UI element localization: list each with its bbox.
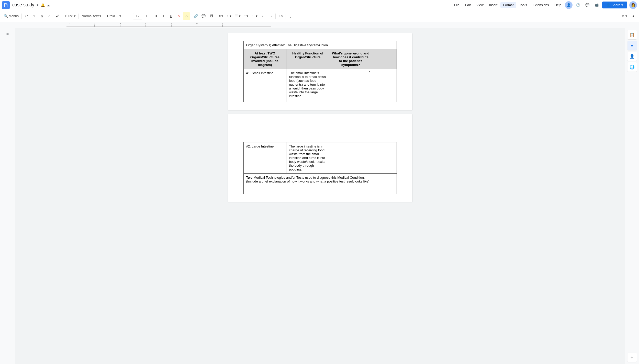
share-button[interactable]: 👤 Share ▾: [602, 2, 627, 8]
bullet-list-button[interactable]: • ▾: [243, 12, 250, 20]
svg-text:1: 1: [69, 22, 70, 25]
globe-icon[interactable]: 🌐: [627, 62, 637, 72]
svg-text:2: 2: [94, 22, 95, 25]
style-value: Normal text: [82, 14, 98, 18]
share-label: Share: [611, 3, 620, 7]
svg-text:4: 4: [145, 22, 147, 25]
pen-mode-button[interactable]: ✏ ▾: [620, 12, 629, 20]
header-col4: [372, 49, 397, 69]
doc-title[interactable]: case study: [12, 2, 34, 8]
comment-icon[interactable]: 💬: [584, 1, 591, 9]
italic-button[interactable]: I: [160, 12, 167, 20]
align-button[interactable]: ≡ ▾: [217, 12, 225, 20]
history-icon[interactable]: 🕐: [575, 1, 582, 9]
comment-toolbar-button[interactable]: 💬: [200, 12, 207, 20]
menu-edit[interactable]: Edit: [463, 2, 473, 8]
spellcheck-button[interactable]: ✓: [46, 12, 53, 20]
indent-increase-button[interactable]: →: [267, 12, 274, 20]
menu-extensions[interactable]: Extensions: [530, 2, 552, 8]
right-panel: 📋 ● 👤 🌐 +: [625, 28, 639, 364]
page-2: #2. Large Intestine The large intestine …: [228, 114, 412, 202]
menu-file[interactable]: File: [452, 2, 462, 8]
toolbar: 🔍 Menus ↩ ↪ 🖨 ✓ 🖌 100% ▾ Normal text ▾ D…: [0, 10, 639, 22]
bold-button[interactable]: B: [152, 12, 159, 20]
search-label: Menus: [9, 14, 19, 18]
menu-tools[interactable]: Tools: [517, 2, 530, 8]
undo-button[interactable]: ↩: [23, 12, 30, 20]
indent-decrease-button[interactable]: ←: [260, 12, 267, 20]
number-list-button[interactable]: 1. ▾: [250, 12, 259, 20]
menu-format[interactable]: Format: [500, 2, 516, 8]
svg-text:6: 6: [196, 22, 198, 25]
function-cell-2: The large intestine is in charge of rece…: [286, 142, 329, 174]
meet-icon[interactable]: 📹: [593, 1, 600, 9]
left-sidebar: ≡: [0, 28, 15, 364]
search-menus[interactable]: 🔍 Menus: [2, 12, 20, 20]
redo-button[interactable]: ↪: [30, 12, 38, 20]
svg-text:7: 7: [222, 22, 223, 25]
zoom-chevron-icon: ▾: [74, 14, 76, 18]
line-spacing-button[interactable]: ↕ ▾: [225, 12, 233, 20]
menu-view[interactable]: View: [474, 2, 486, 8]
circle-icon[interactable]: ●: [627, 41, 637, 50]
collapse-toolbar-button[interactable]: ▲: [630, 12, 637, 20]
style-dropdown[interactable]: Normal text ▾: [80, 12, 103, 20]
clipboard-icon[interactable]: 📋: [627, 30, 637, 39]
font-decrease-button[interactable]: −: [125, 12, 132, 20]
search-icon: 🔍: [4, 14, 8, 18]
highlight-button[interactable]: A: [183, 12, 190, 20]
checklist-button[interactable]: ☰ ▾: [233, 12, 242, 20]
paint-format-button[interactable]: 🖌: [53, 12, 61, 20]
organ-system-text: Organ System(s) Affected: The Digestive …: [246, 43, 329, 47]
medical-tech-text: Medical Technologies and/or Tests used t…: [246, 176, 369, 183]
user-avatar-1[interactable]: 👤: [565, 1, 573, 9]
organ-name-cell-2: #2. Large Intestine: [243, 142, 286, 174]
wrong-cell-2: [329, 142, 372, 174]
star-icon[interactable]: ★: [36, 3, 39, 7]
style-chevron-icon: ▾: [99, 14, 101, 18]
font-chevron-icon: ▾: [119, 14, 121, 18]
outline-icon[interactable]: ≡: [5, 31, 11, 37]
person-icon[interactable]: 👤: [627, 52, 637, 61]
zoom-value: 100%: [65, 14, 73, 18]
more-tools-button[interactable]: ⋮: [287, 12, 294, 20]
table-1: Organ System(s) Affected: The Digestive …: [243, 41, 397, 102]
zoom-dropdown[interactable]: 100% ▾: [63, 12, 77, 20]
separator-7: [191, 14, 191, 19]
history-bell-icon[interactable]: 🔔: [41, 3, 45, 7]
separator-6: [151, 14, 151, 19]
table-row: Two Medical Technologies and/or Tests us…: [243, 174, 397, 194]
link-button[interactable]: 🔗: [192, 12, 199, 20]
user-avatar-2[interactable]: 👩: [629, 1, 637, 9]
document-area[interactable]: Organ System(s) Affected: The Digestive …: [15, 28, 625, 364]
underline-button[interactable]: U: [167, 12, 175, 20]
table-row: #1. Small Intestine The small intestine'…: [243, 69, 397, 102]
extra-cell-2: [372, 142, 397, 174]
separator-4: [104, 14, 104, 19]
menu-insert[interactable]: Insert: [487, 2, 500, 8]
app-icon[interactable]: [2, 1, 10, 9]
separator-1: [21, 14, 22, 19]
separator-2: [62, 14, 62, 19]
print-button[interactable]: 🖨: [38, 12, 45, 20]
page-1: Organ System(s) Affected: The Digestive …: [228, 33, 412, 110]
cloud-icon[interactable]: ☁: [47, 3, 50, 7]
add-icon[interactable]: +: [627, 353, 637, 362]
menu-help[interactable]: Help: [552, 2, 564, 8]
font-size-display[interactable]: 12: [133, 13, 142, 19]
two-label: Two: [246, 176, 253, 179]
wrong-cell: ▼: [329, 69, 372, 102]
font-dropdown[interactable]: Droid ... ▾: [105, 12, 123, 20]
text-color-button[interactable]: A: [175, 12, 182, 20]
font-increase-button[interactable]: +: [143, 12, 150, 20]
clear-formatting-button[interactable]: T✕: [277, 12, 285, 20]
function-cell: The small intestine's function is to bre…: [286, 69, 329, 102]
menu-bar: case study ★ 🔔 ☁ File Edit View Insert F…: [0, 0, 639, 10]
function-text: The small intestine's function is to bre…: [289, 71, 326, 98]
expand-icon[interactable]: ▼: [368, 70, 371, 73]
ruler-inner: 1 2 3 4 5 6 7: [66, 22, 639, 28]
header-row: At least TWO Organs/Structures Involved …: [243, 49, 397, 69]
separator-5: [124, 14, 124, 19]
image-button[interactable]: 🖼: [208, 12, 215, 20]
header-col3: What's gone wrong and how does it contri…: [329, 49, 372, 69]
